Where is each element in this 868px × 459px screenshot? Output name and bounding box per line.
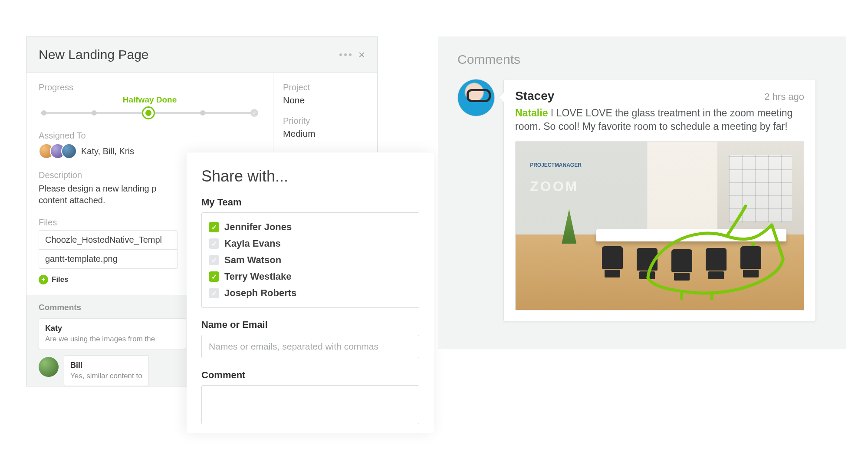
progress-label: Progress xyxy=(39,83,261,92)
name-email-input[interactable]: Names or emails, separated with commas xyxy=(201,335,419,358)
progress-section: Progress Halfway Done xyxy=(39,83,261,118)
progress-step-2[interactable] xyxy=(92,110,97,116)
checkbox-icon[interactable] xyxy=(209,288,219,298)
avatar xyxy=(39,357,59,377)
priority-value[interactable]: Medium xyxy=(283,129,377,139)
assignee-avatar-stack xyxy=(39,143,77,159)
comment-author: Stacey xyxy=(515,89,554,103)
checkbox-icon[interactable] xyxy=(209,271,219,282)
comment-timestamp: 2 hrs ago xyxy=(764,91,804,102)
project-value[interactable]: None xyxy=(283,95,377,106)
close-icon[interactable]: × xyxy=(358,48,365,62)
task-comment[interactable]: Katy Are we using the images from the xyxy=(39,318,186,349)
team-member-name: Joseph Roberts xyxy=(224,287,296,299)
team-member-name: Sam Watson xyxy=(224,254,281,266)
progress-step-5-complete[interactable] xyxy=(250,109,258,117)
progress-step-3-current[interactable] xyxy=(142,106,155,119)
task-comment-author: Katy xyxy=(45,324,180,333)
checkbox-icon[interactable] xyxy=(209,238,219,249)
checkbox-icon[interactable] xyxy=(209,222,219,232)
project-label: Project xyxy=(283,83,377,92)
share-modal: Share with... My Team Jennifer Jones Kay… xyxy=(187,152,434,433)
progress-bar[interactable] xyxy=(41,108,258,118)
comment-attachment-image[interactable]: PROJECTMANAGER ZOOM xyxy=(515,141,804,310)
name-email-label: Name or Email xyxy=(201,319,419,330)
priority-label: Priority xyxy=(283,116,377,126)
comment-text: I LOVE LOVE the glass treatment in the z… xyxy=(515,107,792,132)
file-item[interactable]: Choozle_HostedNative_Templ xyxy=(39,231,177,250)
checkbox-icon[interactable] xyxy=(209,255,219,265)
team-member-name: Terry Westlake xyxy=(224,271,292,282)
avatar xyxy=(61,143,77,159)
zoom-room-label: ZOOM xyxy=(530,178,579,195)
comment-field-label: Comment xyxy=(201,370,419,381)
projectmanager-logo: PROJECTMANAGER xyxy=(530,162,582,168)
team-member-name: Kayla Evans xyxy=(224,238,281,249)
team-member-row[interactable]: Jennifer Jones xyxy=(209,219,412,235)
team-member-row[interactable]: Joseph Roberts xyxy=(209,285,412,301)
comments-panel-title: Comments xyxy=(457,52,827,67)
comments-panel: Comments Stacey 2 hrs ago Natalie I LOVE… xyxy=(438,36,846,349)
progress-step-1[interactable] xyxy=(41,110,46,116)
comment-body: Natalie I LOVE LOVE the glass treatment … xyxy=(515,106,804,133)
task-header: New Landing Page × xyxy=(26,37,377,73)
task-comment-text: Are we using the images from the xyxy=(45,335,180,343)
team-member-name: Jennifer Jones xyxy=(224,221,292,233)
assignee-names: Katy, Bill, Kris xyxy=(81,146,134,156)
name-email-placeholder: Names or emails, separated with commas xyxy=(209,341,378,351)
share-title: Share with... xyxy=(201,167,419,185)
my-team-label: My Team xyxy=(201,197,419,208)
team-member-row[interactable]: Terry Westlake xyxy=(209,268,412,285)
task-comment-author: Bill xyxy=(70,361,142,370)
comment-row: Stacey 2 hrs ago Natalie I LOVE LOVE the… xyxy=(457,79,827,321)
add-files-label: Files xyxy=(52,275,69,284)
file-item[interactable]: gantt-template.png xyxy=(39,250,177,268)
task-header-controls: × xyxy=(339,48,365,62)
assigned-label: Assigned To xyxy=(39,131,261,141)
task-title: New Landing Page xyxy=(39,47,149,62)
mention[interactable]: Natalie xyxy=(515,107,548,119)
progress-step-4[interactable] xyxy=(200,110,205,116)
progress-status: Halfway Done xyxy=(39,95,261,105)
comment-header: Stacey 2 hrs ago xyxy=(515,89,804,103)
files-list: Choozle_HostedNative_Templ gantt-templat… xyxy=(39,230,178,269)
avatar xyxy=(457,79,495,116)
comment-card[interactable]: Stacey 2 hrs ago Natalie I LOVE LOVE the… xyxy=(503,79,816,321)
task-comment[interactable]: Bill Yes, similar content to xyxy=(64,355,149,386)
svg-point-0 xyxy=(751,241,755,246)
rhino-line-art-icon xyxy=(631,202,792,300)
task-comment-text: Yes, similar content to xyxy=(70,372,142,380)
comment-textarea[interactable] xyxy=(201,385,419,424)
team-list: Jennifer Jones Kayla Evans Sam Watson Te… xyxy=(201,212,419,308)
team-member-row[interactable]: Sam Watson xyxy=(209,252,412,268)
team-member-row[interactable]: Kayla Evans xyxy=(209,235,412,252)
plus-icon: + xyxy=(39,275,48,284)
more-options-icon[interactable] xyxy=(339,53,352,56)
